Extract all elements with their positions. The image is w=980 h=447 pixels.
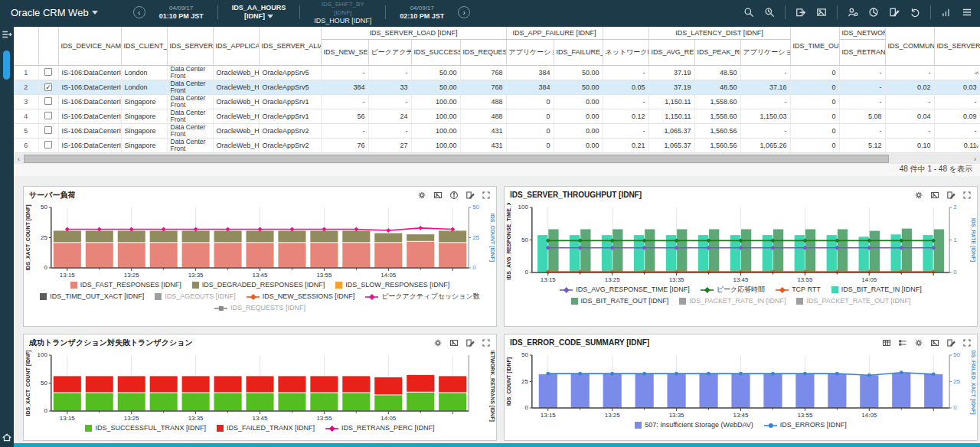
column-header-communi[interactable]: IDS_COMMUNI xyxy=(885,27,934,65)
report-edit-icon[interactable] xyxy=(946,338,956,347)
column-header-server[interactable]: IDS_SERVER_: xyxy=(167,27,213,65)
maximize-icon[interactable] xyxy=(482,191,491,200)
column-header-server_c[interactable]: IDS_SERVER_C xyxy=(934,27,980,65)
scrollbar-thumb[interactable] xyxy=(24,155,889,163)
range-end[interactable]: 04/09/17 02:10 PM JST xyxy=(394,4,450,21)
cell-time_out: 0 xyxy=(790,65,839,80)
image-frame-icon[interactable] xyxy=(930,191,939,200)
settings-icon[interactable] xyxy=(914,191,923,200)
maximize-icon[interactable] xyxy=(482,338,491,347)
info-icon[interactable] xyxy=(449,191,459,200)
column-header-time_out[interactable]: IDS_TIME_OUT xyxy=(790,27,839,65)
pie-chart-icon[interactable] xyxy=(868,7,879,18)
maximize-icon[interactable] xyxy=(962,191,972,200)
legend-item[interactable]: IDS_NEW_SESSIONS [IDNF] xyxy=(247,292,355,302)
range-start[interactable]: 04/09/17 01:10 PM JST xyxy=(153,4,210,21)
sidebar-toggle-icon[interactable] xyxy=(2,29,12,40)
column-header-device[interactable]: IDS_DEVICE_NAME_ xyxy=(58,27,121,65)
report-edit-icon[interactable] xyxy=(946,191,956,200)
table-row[interactable]: 3IS-106:DataCenterIf3SingaporeData Cente… xyxy=(14,94,980,109)
settings-icon[interactable] xyxy=(914,338,923,347)
legend-item[interactable]: IDS_AVG_RESPONSE_TIME [IDNF] xyxy=(560,285,689,295)
table-row[interactable]: 2✓IS-106:DataCenterIf3LondonData Center … xyxy=(14,80,980,94)
row-checkbox[interactable] xyxy=(44,112,52,119)
legend-item[interactable]: IDS_FAST_RESPONSES [IDNF] xyxy=(70,280,181,290)
column-header-avg_resp[interactable]: IDS_AVG_RESF xyxy=(648,39,694,65)
table-row[interactable]: 5IS-106:DataCenterIf3SingaporeData Cente… xyxy=(14,123,980,138)
table-row[interactable]: 4IS-106:DataCenterIf3SingaporeData Cente… xyxy=(14,109,980,123)
column-header-peak_resp[interactable]: IDS_PEAK_RE: xyxy=(694,39,740,65)
row-number-header[interactable] xyxy=(14,27,38,65)
home-icon[interactable] xyxy=(2,432,12,442)
time-forward-button[interactable]: › xyxy=(458,6,470,18)
bar-chart-icon[interactable] xyxy=(941,7,952,18)
column-header-success[interactable]: IDS_SUCCESS xyxy=(411,39,460,65)
legend-item[interactable]: 507: Insufficient Storage (WebDAV) xyxy=(635,420,753,430)
column-header-app_lat[interactable]: アプリケーショ xyxy=(740,39,790,65)
column-header-request[interactable]: IDS_REQUEST xyxy=(460,39,506,65)
row-checkbox[interactable] xyxy=(44,126,52,134)
user-settings-icon[interactable] xyxy=(848,7,858,18)
column-header-alias[interactable]: IDS_SERVER_ALIAS xyxy=(259,27,321,65)
cell-request: 488 xyxy=(460,94,506,109)
column-header-app_fail[interactable]: アプリケーショ xyxy=(506,39,554,65)
select-all-header[interactable] xyxy=(38,27,58,65)
row-checkbox[interactable] xyxy=(44,141,52,148)
image-frame-icon[interactable] xyxy=(816,7,827,18)
legend-item[interactable]: IDS_BIT_RATE_IN [IDNF] xyxy=(831,285,922,295)
row-checkbox[interactable]: ✓ xyxy=(44,83,52,91)
export-icon[interactable] xyxy=(795,7,806,18)
legend-item[interactable]: IDS_PACKET_RATE_IN [IDNF] xyxy=(679,296,786,306)
search-icon[interactable] xyxy=(743,7,754,18)
table-row[interactable]: 6IS-106:DataCenterIf3SingaporeData Cente… xyxy=(14,138,980,152)
search-history-icon[interactable] xyxy=(764,7,775,18)
report-edit-icon[interactable] xyxy=(889,7,900,18)
granularity-dropdown[interactable]: IDS_AA_HOURS [IDNF] xyxy=(226,4,292,21)
shift-by-dropdown[interactable]: IDS_SHIFT_BY [IDNF] IDS_HOUR [IDNF] xyxy=(308,0,377,25)
legend-item[interactable]: IDS_REQUESTS [IDNF] xyxy=(214,303,305,313)
column-header-failure[interactable]: IDS_FAILURE_I xyxy=(554,39,603,65)
legend-item[interactable]: IDS_SUCCESSFUL_TRANX [IDNF] xyxy=(85,423,206,433)
column-header-client[interactable]: IDS_CLIENT_S xyxy=(121,27,167,65)
row-checkbox[interactable] xyxy=(44,68,52,76)
nav-scroll-indicator[interactable] xyxy=(3,51,10,80)
image-frame-icon[interactable] xyxy=(433,191,443,200)
scroll-left-arrow[interactable]: ‹ xyxy=(14,155,24,163)
legend-item[interactable]: TCP RTT xyxy=(776,285,821,295)
menu-icon[interactable] xyxy=(962,7,972,18)
image-frame-icon[interactable] xyxy=(449,338,459,347)
list-view-icon[interactable] xyxy=(898,338,907,347)
legend-item[interactable]: IDS_RETRANS_PERC [IDNF] xyxy=(325,423,435,433)
column-header-peak_act[interactable]: ピークアクティ xyxy=(368,39,411,65)
undo-icon[interactable] xyxy=(910,7,920,18)
legend-item[interactable]: IDS_BIT_RATE_OUT [IDNF] xyxy=(571,296,669,306)
column-header-retrans[interactable]: IDS_RETRANS, xyxy=(839,39,885,65)
column-header-new_ses[interactable]: IDS_NEW_SES xyxy=(321,39,368,65)
legend-item[interactable]: IDS_AGEOUTS [IDNF] xyxy=(155,292,236,302)
legend-item[interactable]: IDS_ERRORS [IDNF] xyxy=(764,420,847,430)
legend-item[interactable]: ピーク応答時間 xyxy=(701,285,765,295)
maximize-icon[interactable] xyxy=(962,338,972,347)
settings-icon[interactable] xyxy=(433,338,443,347)
legend-item[interactable]: IDS_TIME_OUT_XACT [IDNF] xyxy=(40,292,144,302)
legend-item[interactable]: IDS_FAILED_TRANX [IDNF] xyxy=(217,423,315,433)
report-edit-icon[interactable] xyxy=(466,191,475,200)
table-row[interactable]: 1IS-106:DataCenterIf3LondonData Center F… xyxy=(14,65,980,80)
image-frame-icon[interactable] xyxy=(930,338,939,347)
table-scroll-up-arrow[interactable]: ˄ xyxy=(975,70,979,77)
settings-icon[interactable] xyxy=(417,191,426,200)
table-scroll-down-arrow[interactable]: ˅ xyxy=(975,143,979,150)
legend-item[interactable]: ピークアクティブセッション数 xyxy=(365,292,480,302)
legend-item[interactable]: IDS_PACKET_RATE_OUT [IDNF] xyxy=(796,296,910,306)
row-checkbox[interactable] xyxy=(44,97,52,105)
legend-item[interactable]: IDS_DEGRADED_RESPONSES [IDNF] xyxy=(192,280,325,290)
app-title-dropdown[interactable]: Oracle CRM Web xyxy=(11,7,98,18)
column-header-net_r1[interactable]: ネットワークR1 xyxy=(603,39,648,65)
legend-item[interactable]: IDS_SLOW_RESPONSES [IDNF] xyxy=(335,280,449,290)
table-view-icon[interactable] xyxy=(882,338,891,347)
scroll-right-arrow[interactable]: › xyxy=(970,155,980,163)
report-edit-icon[interactable] xyxy=(466,338,475,347)
time-back-button[interactable]: ‹ xyxy=(133,6,145,18)
column-header-app[interactable]: IDS_APPLICATI xyxy=(213,27,259,65)
cell-avg_resp: 37.19 xyxy=(648,80,694,94)
